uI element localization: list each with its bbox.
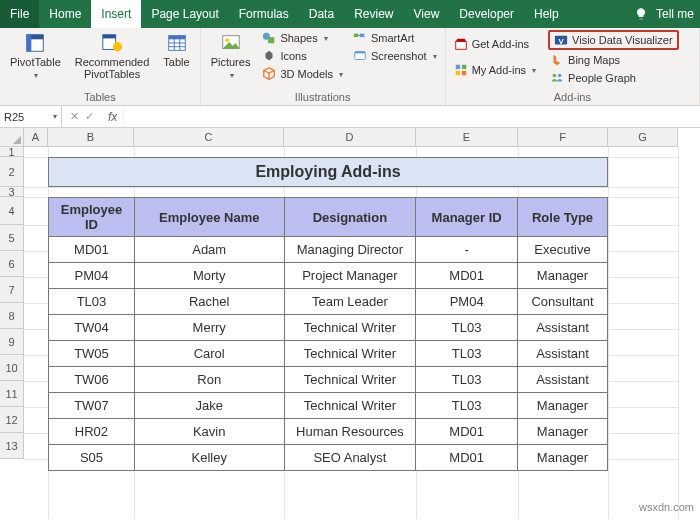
table-cell[interactable]: Adam [134, 237, 284, 263]
my-addins-button[interactable]: My Add-ins▾ [452, 62, 538, 78]
table-row[interactable]: TW07JakeTechnical WriterTL03Manager [49, 393, 608, 419]
table-cell[interactable]: Assistant [518, 367, 608, 393]
table-cell[interactable]: MD01 [49, 237, 135, 263]
table-cell[interactable]: Assistant [518, 341, 608, 367]
formula-input[interactable] [123, 106, 700, 127]
row-header-13[interactable]: 13 [0, 433, 24, 459]
tab-home[interactable]: Home [39, 0, 91, 28]
row-header-2[interactable]: 2 [0, 157, 24, 187]
table-cell[interactable]: Manager [518, 419, 608, 445]
table-cell[interactable]: Technical Writer [284, 393, 416, 419]
table-cell[interactable]: Technical Writer [284, 341, 416, 367]
row-header-10[interactable]: 10 [0, 355, 24, 381]
table-row[interactable]: TL03RachelTeam LeaderPM04Consultant [49, 289, 608, 315]
table-row[interactable]: HR02KavinHuman ResourcesMD01Manager [49, 419, 608, 445]
table-cell[interactable]: Morty [134, 263, 284, 289]
table-cell[interactable]: - [416, 237, 518, 263]
table-cell[interactable]: Carol [134, 341, 284, 367]
table-cell[interactable]: Technical Writer [284, 367, 416, 393]
table-row[interactable]: TW04MerryTechnical WriterTL03Assistant [49, 315, 608, 341]
tab-review[interactable]: Review [344, 0, 403, 28]
row-header-1[interactable]: 1 [0, 147, 24, 157]
tell-me[interactable]: Tell me [656, 7, 694, 21]
pivottable-button[interactable]: PivotTable ▾ [6, 30, 65, 84]
tab-file[interactable]: File [0, 0, 39, 28]
table-row[interactable]: TW05CarolTechnical WriterTL03Assistant [49, 341, 608, 367]
get-addins-button[interactable]: Get Add-ins [452, 36, 538, 52]
table-cell[interactable]: Manager [518, 393, 608, 419]
table-cell[interactable]: Jake [134, 393, 284, 419]
table-cell[interactable]: Kavin [134, 419, 284, 445]
shapes-button[interactable]: Shapes▾ [260, 30, 345, 46]
table-cell[interactable]: SEO Analyst [284, 445, 416, 471]
table-cell[interactable]: Technical Writer [284, 315, 416, 341]
table-cell[interactable]: PM04 [416, 289, 518, 315]
table-cell[interactable]: Manager [518, 445, 608, 471]
table-cell[interactable]: Consultant [518, 289, 608, 315]
col-header-D[interactable]: D [284, 128, 416, 147]
people-graph-button[interactable]: People Graph [548, 70, 678, 86]
col-header-G[interactable]: G [608, 128, 678, 147]
table-button[interactable]: Table [159, 30, 193, 70]
table-cell[interactable]: PM04 [49, 263, 135, 289]
row-header-7[interactable]: 7 [0, 277, 24, 303]
row-header-3[interactable]: 3 [0, 187, 24, 197]
row-header-6[interactable]: 6 [0, 251, 24, 277]
table-cell[interactable]: TL03 [416, 393, 518, 419]
tab-help[interactable]: Help [524, 0, 569, 28]
table-cell[interactable]: Ron [134, 367, 284, 393]
table-cell[interactable]: Human Resources [284, 419, 416, 445]
table-row[interactable]: PM04MortyProject ManagerMD01Manager [49, 263, 608, 289]
table-cell[interactable]: TW06 [49, 367, 135, 393]
tab-pagelayout[interactable]: Page Layout [141, 0, 228, 28]
table-cell[interactable]: MD01 [416, 263, 518, 289]
table-cell[interactable]: MD01 [416, 445, 518, 471]
table-cell[interactable]: TW05 [49, 341, 135, 367]
fx-label[interactable]: fx [102, 110, 123, 124]
col-header-A[interactable]: A [24, 128, 48, 147]
tab-data[interactable]: Data [299, 0, 344, 28]
table-cell[interactable]: Executive [518, 237, 608, 263]
table-cell[interactable]: TW07 [49, 393, 135, 419]
row-header-12[interactable]: 12 [0, 407, 24, 433]
recommended-pivottables-button[interactable]: RecommendedPivotTables [71, 30, 154, 82]
tab-formulas[interactable]: Formulas [229, 0, 299, 28]
tab-insert[interactable]: Insert [91, 0, 141, 28]
screenshot-button[interactable]: Screenshot▾ [351, 48, 439, 64]
col-header-C[interactable]: C [134, 128, 284, 147]
worksheet-grid[interactable]: ABCDEFG 12345678910111213 Employing Add-… [0, 128, 700, 519]
name-box[interactable]: R25 ▾ [0, 106, 62, 127]
row-header-11[interactable]: 11 [0, 381, 24, 407]
table-cell[interactable]: Assistant [518, 315, 608, 341]
tab-developer[interactable]: Developer [449, 0, 524, 28]
table-cell[interactable]: TL03 [416, 315, 518, 341]
select-all-triangle[interactable] [0, 128, 24, 147]
table-row[interactable]: MD01AdamManaging Director-Executive [49, 237, 608, 263]
table-cell[interactable]: TL03 [416, 367, 518, 393]
col-header-E[interactable]: E [416, 128, 518, 147]
col-header-B[interactable]: B [48, 128, 134, 147]
table-row[interactable]: TW06RonTechnical WriterTL03Assistant [49, 367, 608, 393]
col-header-F[interactable]: F [518, 128, 608, 147]
smartart-button[interactable]: SmartArt [351, 30, 439, 46]
table-cell[interactable]: TL03 [49, 289, 135, 315]
chevron-down-icon[interactable]: ▾ [53, 112, 57, 121]
row-header-9[interactable]: 9 [0, 329, 24, 355]
table-cell[interactable]: Rachel [134, 289, 284, 315]
table-cell[interactable]: S05 [49, 445, 135, 471]
pictures-button[interactable]: Pictures ▾ [207, 30, 255, 84]
table-cell[interactable]: Project Manager [284, 263, 416, 289]
table-cell[interactable]: HR02 [49, 419, 135, 445]
3d-models-button[interactable]: 3D Models▾ [260, 66, 345, 82]
table-cell[interactable]: Team Leader [284, 289, 416, 315]
icons-button[interactable]: Icons [260, 48, 345, 64]
visio-data-visualizer-button[interactable]: V Visio Data Visualizer [548, 30, 678, 50]
table-cell[interactable]: Merry [134, 315, 284, 341]
bing-maps-button[interactable]: Bing Maps [548, 52, 678, 68]
table-cell[interactable]: Manager [518, 263, 608, 289]
table-cell[interactable]: TL03 [416, 341, 518, 367]
table-cell[interactable]: Kelley [134, 445, 284, 471]
table-cell[interactable]: MD01 [416, 419, 518, 445]
row-header-8[interactable]: 8 [0, 303, 24, 329]
row-header-5[interactable]: 5 [0, 225, 24, 251]
